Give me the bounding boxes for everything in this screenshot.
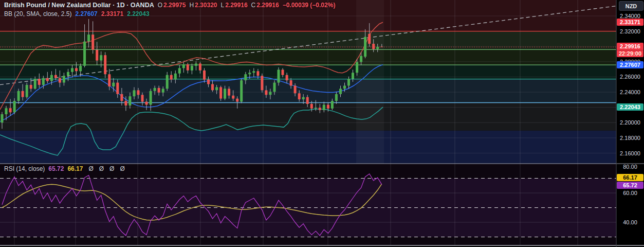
bb-basis-value: 2.27607 [75, 10, 97, 17]
bb-upper-badge: 2.33171 [617, 19, 643, 26]
ohlc-high-value: 2.30320 [195, 2, 217, 9]
price-tick-label: 2.26000 [616, 74, 644, 80]
rsi-label: RSI (14, close) [4, 165, 45, 172]
rsi-empty-slot-icon: Ø [99, 165, 104, 172]
rsi-value: 65.72 [48, 165, 64, 172]
chart-canvas[interactable] [0, 0, 644, 247]
rsi-value-badge: 65.72 [617, 182, 643, 189]
price-tick-label: 2.20000 [616, 119, 644, 126]
rsi-empty-slot-icon: Ø [109, 165, 114, 172]
last-price-badge: 2.29916 [617, 43, 643, 50]
rsi-ma-badge: 66.17 [617, 174, 643, 181]
ohlc-close-value: 2.29916 [256, 2, 279, 9]
symbol-legend: British Pound / New Zealand Dollar · 1D … [4, 2, 335, 9]
rsi-tick-label: 60.00 [616, 190, 644, 196]
price-tick-label: 2.18000 [616, 135, 644, 141]
ohlc-high-label: H [189, 2, 194, 9]
ohlc-open-label: O [158, 2, 162, 9]
price-tick-label: 2.24000 [616, 89, 644, 95]
bb-lower-badge: 2.22043 [617, 103, 643, 111]
rsi-ma-value: 66.17 [67, 165, 83, 172]
rsi-empty-slot-icon: Ø [88, 165, 93, 172]
ohlc-close-label: C [251, 2, 256, 9]
price-axis[interactable]: 2.340002.320002.300002.280002.260002.240… [616, 0, 644, 247]
ohlc-open-value: 2.29975 [163, 2, 186, 9]
bb-upper-value: 2.33171 [101, 10, 123, 17]
price-tick-label: 2.32000 [616, 28, 644, 34]
bar-countdown: 22:29:00 [617, 50, 643, 57]
change-value: −0.00039 (−0.02%) [283, 2, 336, 9]
rsi-tick-label: 80.00 [616, 164, 644, 170]
currency-toggle-button[interactable]: NZD [619, 1, 643, 11]
currency-label: NZD [625, 3, 637, 9]
rsi-empty-slot-icon: Ø [120, 165, 124, 172]
bb-basis-badge: 2.27607 [617, 61, 643, 68]
price-tick-label: 2.16000 [616, 150, 644, 156]
rsi-indicator-legend[interactable]: RSI (14, close) 65.72 66.17 Ø Ø Ø Ø [4, 165, 125, 172]
ohlc-low-value: 2.29916 [225, 2, 247, 9]
symbol-title[interactable]: British Pound / New Zealand Dollar · 1D … [4, 2, 154, 9]
bb-label: BB (20, SMA, close, 2.5) [4, 10, 71, 17]
bb-lower-value: 2.22043 [127, 10, 149, 17]
ohlc-low-label: L [221, 2, 225, 9]
bb-indicator-legend[interactable]: BB (20, SMA, close, 2.5) 2.27607 2.33171… [4, 10, 150, 17]
rsi-tick-label: 40.00 [616, 219, 644, 225]
tradingview-chart-window: British Pound / New Zealand Dollar · 1D … [0, 0, 644, 247]
